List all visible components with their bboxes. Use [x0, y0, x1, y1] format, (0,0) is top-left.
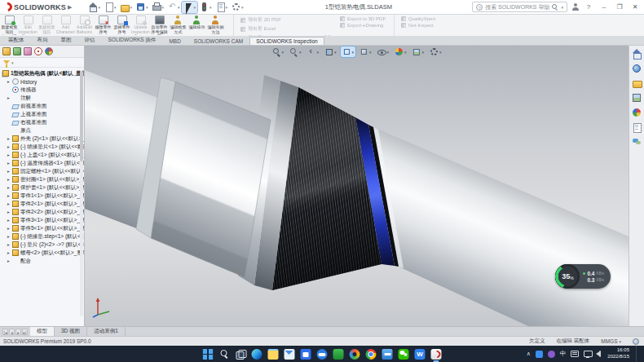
edit-operations-button[interactable]: 编辑操作 [187, 15, 206, 36]
last-tab-arrow-icon[interactable]: ▸| [22, 329, 28, 335]
tab-addins[interactable]: SOLIDWORKS 插件 [102, 35, 163, 45]
motion-study-tab[interactable]: 运动算例1 [87, 327, 126, 336]
displaymanager-tab-icon[interactable] [45, 47, 53, 55]
new-inspection-project-button[interactable]: 新建检查项目 (amp;H) [0, 15, 19, 36]
dropdown-caret-icon[interactable]: ▾ [422, 50, 425, 55]
tray-app-purple-icon[interactable] [548, 351, 555, 358]
tree-item[interactable]: ▸ 密封圈<1> (默认<<默认>_显示状 [2, 175, 84, 183]
auto-balloon-editor-button[interactable]: 自动零件序号编辑器 [150, 15, 169, 36]
tree-item[interactable]: ▸ 上视基准面 [2, 110, 84, 118]
tree-item[interactable]: ▸ (-) 垫片 (2)<2> ->? (默认<<默认 [2, 241, 84, 249]
menu-expand-arrow-icon[interactable]: ▶ [68, 4, 72, 11]
filter-caret-icon[interactable]: ▾ [11, 60, 14, 65]
volume-icon[interactable] [596, 351, 601, 357]
performance-overlay[interactable]: 35% 0.4 KB/s 0.3 KB/s [555, 264, 611, 289]
tab-sketch[interactable]: 草图 [55, 35, 78, 45]
file-explorer-icon[interactable] [632, 78, 642, 88]
tree-item[interactable]: ▸ (-) 温度传感器<1> (默认<<默认>_ [2, 159, 84, 167]
model-tab[interactable]: 模型 [30, 327, 55, 336]
undo-icon[interactable]: ▾ [166, 2, 182, 13]
show-desktop-button[interactable] [636, 346, 637, 362]
wps-icon[interactable] [415, 349, 426, 360]
custom-properties-icon[interactable] [632, 122, 642, 132]
network-icon[interactable] [584, 351, 591, 357]
blue-app-icon[interactable] [382, 349, 393, 360]
export-menu-item[interactable]: QualityXp­ert [401, 16, 435, 21]
previous-view-icon[interactable]: ▾ [305, 46, 320, 57]
view-orientation-icon[interactable]: ▾ [340, 46, 355, 57]
chrome-icon[interactable] [366, 349, 377, 360]
tree-item[interactable]: ▸ 前视基准面 [2, 102, 84, 110]
dropdown-caret-icon[interactable]: ▾ [281, 50, 284, 55]
tree-item[interactable]: ▸ 配合 [2, 257, 84, 265]
tab-cam[interactable]: SOLIDWORKS CAM [187, 37, 249, 45]
close-button[interactable]: ✕ [629, 3, 641, 11]
mail-icon[interactable] [285, 349, 295, 360]
dimxpertmanager-tab-icon[interactable] [34, 47, 42, 55]
export-menu-item[interactable]: Export to 3D PDF [340, 16, 386, 21]
prev-tab-arrow-icon[interactable]: ◂ [9, 329, 15, 335]
tray-app-blue-icon[interactable] [536, 351, 543, 358]
units-selector[interactable]: MMGS ▾ [601, 338, 621, 344]
tree-scrollbar[interactable] [80, 72, 83, 316]
tree-item[interactable]: ▸ 零件2<1> (默认<<默认>_显示状态 [2, 200, 84, 208]
tab-mbd[interactable]: MBD [162, 37, 187, 45]
edit-appearance-icon[interactable]: ▾ [393, 46, 408, 57]
onedrive-icon[interactable] [317, 349, 328, 360]
tray-expand-icon[interactable]: ∧ [527, 351, 531, 357]
start-button-icon[interactable] [203, 349, 214, 360]
search-input[interactable]: ? 搜索 SOLIDWORKS 帮助 ▾ [472, 2, 567, 12]
dropdown-caret-icon[interactable]: ▾ [114, 5, 117, 10]
configurationmanager-tab-icon[interactable] [24, 47, 32, 55]
zoom-area-icon[interactable]: ▾ [288, 46, 303, 57]
dropdown-caret-icon[interactable]: ▾ [146, 5, 148, 10]
tree-item[interactable]: ▸ 右视基准面 [2, 118, 84, 126]
save-icon[interactable]: ▾ [135, 2, 150, 13]
touch-keyboard-icon[interactable] [571, 351, 579, 357]
model-right-pipe[interactable] [373, 127, 629, 326]
3d-views-tab[interactable]: 3D 视图 [55, 327, 87, 336]
featuremanager-tab-icon[interactable] [2, 47, 11, 55]
solidworks-taskbar-icon[interactable] [431, 349, 442, 360]
login-user-icon[interactable] [571, 3, 579, 11]
tree-item[interactable]: ▸ (-) 绝缘垫片<1> (默认<<默认>_显 [2, 143, 84, 151]
task-view-icon[interactable] [236, 349, 246, 360]
section-view-icon[interactable]: ▾ [323, 46, 338, 57]
home-icon[interactable]: ▾ [86, 2, 102, 13]
tree-filter[interactable]: ▾ [0, 58, 84, 68]
tree-item[interactable]: ▸ 零件1<1> (默认<<默认>_显示状态 [2, 192, 84, 200]
edit-inspection-methods-button[interactable]: 编辑检查方式 [169, 15, 187, 36]
solidworks-forum-icon[interactable] [632, 137, 642, 147]
dropdown-caret-icon[interactable]: ▾ [178, 5, 180, 10]
edit-inspection-project-button[interactable]: Edit Inspection Project [19, 15, 37, 36]
view-palette-icon[interactable] [632, 93, 642, 103]
tree-item[interactable]: ▸ (-) 上盖<1> (默认<<默认>_显示状 [2, 151, 84, 159]
new-inspection-report-button[interactable]: 新建检查报告 [37, 15, 56, 36]
ime-indicator[interactable]: 中 [560, 350, 567, 358]
export-menu-item[interactable]: Net-Inspect [401, 23, 435, 28]
display-style-icon[interactable]: ▾ [358, 46, 373, 57]
tab-evaluate[interactable]: 评估 [78, 35, 102, 45]
select-icon[interactable]: ▾ [182, 2, 197, 13]
dropdown-caret-icon[interactable]: ▾ [299, 50, 302, 55]
solidworks-resources-icon[interactable] [632, 49, 642, 59]
dropdown-caret-icon[interactable]: ▾ [193, 5, 196, 10]
dropdown-caret-icon[interactable]: ▾ [210, 5, 212, 10]
next-tab-arrow-icon[interactable]: ▸ [15, 329, 21, 335]
search-taskbar-icon[interactable] [219, 349, 230, 360]
tree-scrollbar-thumb[interactable] [80, 72, 83, 161]
tree-item[interactable]: ▸ 螺母<2> (默认<<默认>_显示状态 [2, 249, 84, 257]
dropdown-caret-icon[interactable]: ▾ [98, 5, 100, 10]
new-document-icon[interactable]: ▾ [103, 2, 118, 13]
dropdown-caret-icon[interactable]: ▾ [161, 5, 164, 10]
store-icon[interactable] [301, 349, 311, 360]
tree-item[interactable]: ▸ 零件5<1> (默认<<默认>_显示状态 [2, 224, 84, 232]
tree-item[interactable]: ▸ 零件2<2> (默认<<默认>_显示状态 [2, 208, 84, 216]
browser-ring-app-icon[interactable] [350, 349, 360, 360]
add-characteristic-button[interactable]: Add Characteristic [56, 15, 75, 36]
export-menu-item[interactable]: 导出至 2D PDF [240, 16, 332, 24]
remove-balloons-button[interactable]: 移除零件序号 [94, 15, 112, 36]
help-button[interactable]: ? [583, 3, 594, 11]
rebuild-icon[interactable]: ▾ [198, 2, 214, 13]
edit-instance-methods-button[interactable]: 编辑实例方法 [206, 15, 225, 36]
